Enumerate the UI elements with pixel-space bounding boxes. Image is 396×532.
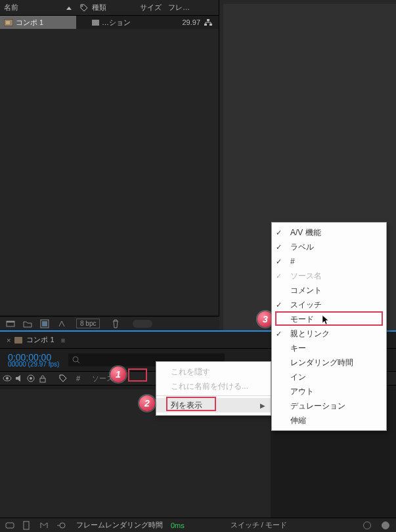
check-icon: ✓ [276, 272, 282, 280]
project-body[interactable] [0, 29, 219, 315]
col-header-tag[interactable] [76, 4, 92, 12]
zoom-in-icon[interactable] [382, 521, 389, 529]
svg-point-15 [6, 377, 9, 380]
col-comment[interactable]: コメント [272, 283, 386, 298]
svg-line-10 [77, 361, 79, 363]
col-header-size[interactable]: サイズ [131, 3, 165, 12]
interpret-footage-icon[interactable] [5, 319, 16, 329]
new-folder-icon[interactable] [22, 319, 33, 329]
motion-blur-icon[interactable] [56, 521, 67, 529]
comp-icon [4, 19, 13, 26]
svg-rect-18 [40, 378, 45, 382]
sort-arrow-icon [66, 5, 72, 11]
tag-icon [80, 4, 88, 12]
check-icon: ✓ [276, 229, 282, 237]
col-hash[interactable]: # [71, 374, 85, 382]
render-time-label: フレームレンダリング時間 [76, 520, 163, 530]
bpc-indicator[interactable]: 8 bpc [76, 319, 100, 328]
svg-rect-8 [42, 321, 47, 326]
col-rendertime[interactable]: レンダリング時間 [272, 355, 386, 370]
render-time-value: 0ms [171, 521, 185, 529]
frame-blend-icon[interactable] [39, 521, 50, 529]
timeline-tab[interactable]: × コンポ 1 ≡ [0, 332, 72, 348]
svg-rect-4 [209, 24, 212, 26]
col-parent[interactable]: ✓親とリンク [272, 326, 386, 341]
col-stretch[interactable]: 伸縮 [272, 413, 386, 428]
annotation-badge-1: 1 [110, 366, 126, 382]
svg-rect-20 [24, 521, 29, 529]
speaker-icon[interactable] [14, 374, 25, 383]
cm-hide: これを隠す [156, 365, 271, 379]
check-icon: ✓ [276, 243, 282, 252]
svg-rect-2 [207, 19, 209, 21]
search-icon [72, 356, 80, 364]
col-hash-item[interactable]: ✓# [272, 254, 386, 269]
svg-rect-19 [6, 523, 14, 528]
svg-point-1 [81, 5, 83, 7]
svg-rect-6 [7, 321, 14, 322]
timecode-block[interactable]: 0;00;00;00 00000 (29.97 fps) [8, 352, 59, 368]
col-in[interactable]: イン [272, 370, 386, 384]
check-icon: ✓ [276, 257, 282, 266]
folder-icon [92, 20, 99, 26]
annotation-badge-2: 2 [139, 395, 155, 411]
frames-fps: 00000 (29.97 fps) [8, 361, 59, 368]
timeline-footer: フレームレンダリング時間 0ms スイッチ / モード [0, 518, 396, 532]
col-mode[interactable]: モード [272, 312, 386, 326]
project-toolbar: 8 bpc [0, 316, 219, 330]
close-icon[interactable]: × [7, 336, 11, 344]
project-item-fps: 29.97 [182, 18, 200, 26]
zoom-out-icon[interactable] [363, 521, 371, 529]
trash-icon[interactable] [110, 319, 121, 329]
svg-point-21 [60, 523, 65, 528]
av-header-icons [3, 374, 59, 383]
new-comp-icon[interactable] [39, 319, 50, 329]
project-panel: 名前 種類 サイズ フレ… コンポ 1 …ション 29.97 [0, 0, 219, 330]
col-duration[interactable]: デュレーション [272, 399, 386, 413]
solo-icon[interactable] [26, 374, 37, 383]
folder-icon [14, 337, 22, 344]
columns-submenu: ✓A/V 機能 ✓ラベル ✓# ✓ソース名 コメント ✓スイッチ モード ✓親と… [271, 222, 387, 431]
svg-marker-0 [66, 7, 72, 10]
context-menu-header: これを隠す これに名前を付ける... 列を表示 ▶ [156, 361, 271, 416]
zoom-pill[interactable] [133, 320, 152, 328]
project-row[interactable]: コンポ 1 …ション 29.97 [0, 16, 219, 29]
check-icon: ✓ [276, 301, 282, 309]
col-switch[interactable]: ✓スイッチ [272, 298, 386, 312]
tab-menu-icon[interactable]: ≡ [61, 336, 65, 344]
submenu-arrow-icon: ▶ [260, 402, 265, 409]
col-source: ✓ソース名 [272, 269, 386, 283]
cm-show-columns[interactable]: 列を表示 ▶ [156, 398, 271, 412]
cm-rename: これに名前を付ける... [156, 379, 271, 393]
col-header-fps[interactable]: フレ… [165, 3, 219, 12]
check-icon: ✓ [276, 330, 282, 338]
label-header-icon[interactable] [59, 374, 71, 382]
toggle-switch-icon[interactable] [5, 521, 16, 529]
col-av[interactable]: ✓A/V 機能 [272, 225, 386, 240]
project-header: 名前 種類 サイズ フレ… [0, 0, 219, 16]
cursor-icon [322, 315, 330, 325]
col-out[interactable]: アウト [272, 384, 386, 399]
col-header-type[interactable]: 種類 [92, 3, 131, 12]
flowchart-icon [204, 19, 213, 26]
lock-icon[interactable] [38, 374, 49, 383]
col-key[interactable]: キー [272, 341, 386, 355]
svg-rect-3 [204, 24, 207, 26]
eye-icon[interactable] [3, 374, 13, 383]
render-queue-icon[interactable] [22, 521, 33, 530]
project-item-name: コンポ 1 [16, 18, 43, 28]
cm-separator [156, 395, 271, 396]
new-adjustment-icon[interactable] [56, 319, 67, 329]
switch-mode-button[interactable]: スイッチ / モード [231, 520, 287, 530]
svg-point-9 [73, 357, 78, 362]
svg-point-17 [30, 377, 32, 380]
col-label[interactable]: ✓ラベル [272, 240, 386, 254]
col-header-name[interactable]: 名前 [0, 3, 76, 12]
col-header-name-label: 名前 [4, 3, 18, 12]
timeline-tab-label: コンポ 1 [26, 335, 54, 345]
project-item-type: …ション [102, 18, 131, 28]
